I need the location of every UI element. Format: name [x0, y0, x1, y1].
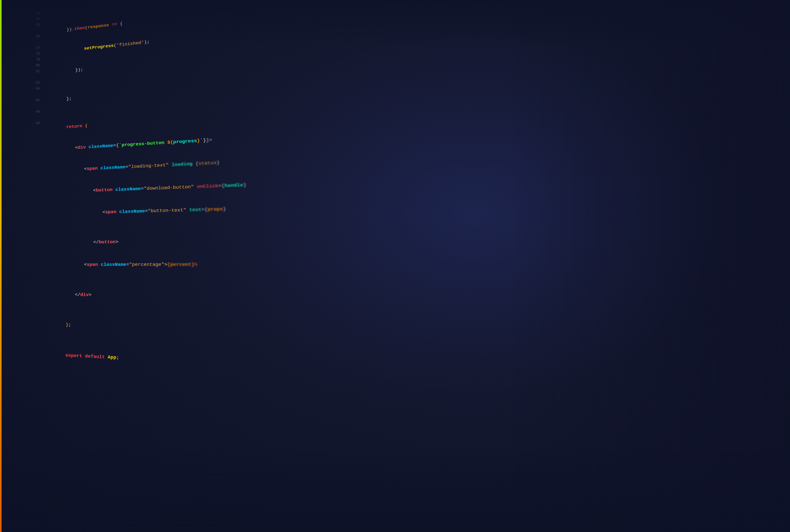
code-text: "percentage": [129, 262, 164, 267]
line-num-81: 81: [32, 69, 41, 74]
code-container: 71 72 73 75 77 78 79 80 81 83 84 86 88 9…: [0, 0, 790, 532]
code-text: ${: [167, 140, 173, 145]
code-text: `}}>: [200, 137, 212, 143]
code-text: div: [78, 145, 86, 150]
line-num-88: 88: [32, 109, 41, 115]
code-text: .then: [72, 25, 85, 32]
code-text: =: [126, 262, 129, 267]
code-text: [112, 187, 115, 192]
code-text: className: [101, 262, 126, 267]
code-text: [109, 22, 112, 27]
line-num-72: 72: [32, 16, 41, 22]
line-num-79: 79: [32, 57, 41, 63]
left-accent-bar: [0, 0, 2, 532]
code-text: <: [75, 145, 78, 150]
code-text: {: [195, 161, 199, 166]
code-text: });: [75, 67, 83, 73]
code-text: (: [85, 25, 88, 30]
code-text: 'finished': [116, 40, 144, 48]
line-num-80: 80: [32, 63, 41, 69]
line-num-83: 83: [32, 80, 41, 86]
code-text: div: [80, 292, 89, 298]
code-text: className: [119, 209, 145, 214]
code-text: {: [117, 21, 123, 26]
code-text: <: [102, 210, 105, 215]
code-text: ): [65, 322, 68, 327]
code-text: =>: [112, 22, 117, 27]
code-text: button: [96, 187, 112, 193]
code-text: "loading-text": [128, 162, 169, 169]
line-num-85: [32, 92, 41, 97]
code-text: =: [126, 165, 128, 170]
line-num-74: [32, 28, 41, 34]
code-text: </: [75, 292, 80, 297]
line-num-77: 77: [32, 45, 41, 51]
code-text: <: [93, 188, 96, 193]
code-text: export: [65, 353, 82, 359]
code-text: [82, 124, 85, 128]
line-num-89: [32, 115, 41, 120]
code-text: return: [67, 124, 82, 130]
code-text: >: [164, 262, 167, 267]
line-num-71: 71: [32, 11, 41, 16]
code-content: }).then(response => { setProgress('finis…: [42, 0, 790, 532]
code-text: [82, 354, 85, 359]
code-text: [105, 354, 108, 360]
code-text: <: [84, 262, 87, 267]
line-number-gutter: 71 72 73 75 77 78 79 80 81 83 84 86 88 9…: [32, 11, 44, 521]
code-text: "button-text": [148, 208, 186, 213]
code-editor-screen: 71 72 73 75 77 78 79 80 81 83 84 86 88 9…: [0, 0, 790, 532]
code-text: progress-button: [121, 140, 165, 148]
code-text: className: [100, 165, 126, 170]
code-text: }): [67, 27, 72, 32]
code-text: span: [87, 262, 98, 267]
code-text: (: [114, 43, 116, 48]
line-num-78: 78: [32, 51, 41, 57]
code-text: className: [115, 186, 141, 192]
code-text: [86, 145, 89, 150]
code-text: "download-button": [144, 184, 194, 191]
code-text: className: [89, 143, 113, 149]
line-num-82: [32, 74, 41, 80]
code-text: span: [105, 209, 116, 215]
code-text: );: [144, 39, 150, 45]
code-text: [169, 162, 172, 168]
code-text: <: [84, 166, 87, 171]
code-text: >: [116, 240, 118, 245]
code-text: =: [145, 208, 148, 213]
code-text: response: [88, 23, 109, 30]
code-text: (: [85, 123, 88, 128]
line-num-86: 86: [32, 97, 41, 103]
code-text: span: [87, 166, 98, 171]
code-text: >: [89, 292, 92, 298]
line-num-75: 75: [32, 34, 41, 40]
code-text: button: [99, 240, 116, 245]
code-text: loading: [172, 161, 192, 167]
line-num-76: [32, 40, 41, 45]
code-text: ;: [116, 355, 119, 360]
code-text: ={`: [113, 143, 122, 148]
code-text: [98, 262, 101, 267]
code-text: [98, 166, 100, 171]
code-text: default: [85, 354, 105, 360]
line-num-90: 90: [32, 120, 41, 126]
code-text: =: [141, 186, 144, 191]
code-text: progress: [173, 138, 197, 145]
code-text: }: [197, 138, 200, 144]
code-text: [165, 140, 168, 145]
code-text: App: [108, 355, 116, 360]
line-num-87: [32, 103, 41, 109]
line-num-84: 84: [32, 86, 41, 92]
line-num-73: 73: [32, 22, 41, 28]
code-text: };: [67, 96, 72, 101]
code-text: ;: [68, 322, 71, 327]
code-text: </: [93, 240, 99, 245]
code-text: [116, 209, 119, 214]
code-text: setProgress: [84, 43, 114, 51]
